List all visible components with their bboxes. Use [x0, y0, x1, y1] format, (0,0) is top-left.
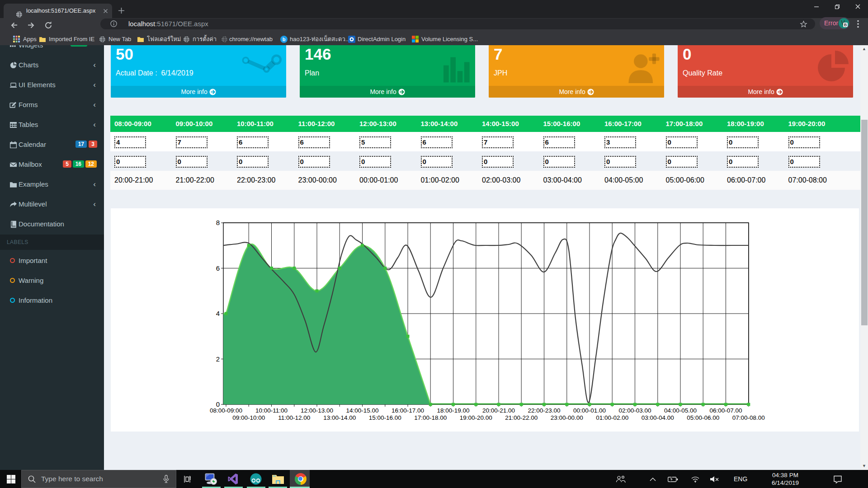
- svg-text:20:00-21.00: 20:00-21.00: [482, 407, 515, 414]
- svg-text:22:00-23.00: 22:00-23.00: [528, 407, 560, 414]
- svg-text:11:00-12.00: 11:00-12.00: [278, 414, 310, 421]
- svg-text:13:00-14.00: 13:00-14.00: [323, 414, 356, 421]
- svg-text:12:00-13.00: 12:00-13.00: [301, 407, 333, 414]
- svg-text:02:00-03.00: 02:00-03.00: [618, 407, 651, 414]
- svg-text:0: 0: [216, 400, 220, 408]
- svg-text:6: 6: [216, 264, 220, 272]
- svg-text:09:00-10:00: 09:00-10:00: [232, 414, 265, 421]
- svg-text:21:00-22.00: 21:00-22.00: [505, 414, 538, 421]
- svg-text:04:00-05.00: 04:00-05.00: [664, 407, 697, 414]
- svg-text:8: 8: [216, 219, 220, 226]
- svg-text:19:00-20.00: 19:00-20.00: [460, 414, 492, 421]
- svg-text:10:00-11:00: 10:00-11:00: [255, 407, 288, 414]
- svg-text:08:00-09:00: 08:00-09:00: [210, 407, 242, 414]
- svg-text:05:00-06.00: 05:00-06.00: [687, 414, 719, 421]
- svg-text:03:00-04.00: 03:00-04.00: [642, 414, 674, 421]
- svg-text:01:00-02.00: 01:00-02.00: [596, 414, 628, 421]
- svg-text:18:00-19.00: 18:00-19.00: [437, 407, 469, 414]
- svg-text:2: 2: [216, 355, 220, 363]
- svg-text:15:00-16.00: 15:00-16.00: [369, 414, 401, 421]
- svg-text:23:00-00.00: 23:00-00.00: [551, 414, 583, 421]
- svg-text:06:00-07.00: 06:00-07.00: [709, 407, 742, 414]
- svg-text:07:00-08.00: 07:00-08.00: [732, 414, 765, 421]
- svg-text:4: 4: [216, 310, 220, 317]
- svg-text:17:00-18.00: 17:00-18.00: [414, 414, 447, 421]
- svg-text:16:00-17.00: 16:00-17.00: [392, 407, 424, 414]
- svg-text:b: b: [283, 37, 286, 42]
- svg-text:14:00-15.00: 14:00-15.00: [346, 407, 378, 414]
- svg-text:00:00-01.00: 00:00-01.00: [573, 407, 606, 414]
